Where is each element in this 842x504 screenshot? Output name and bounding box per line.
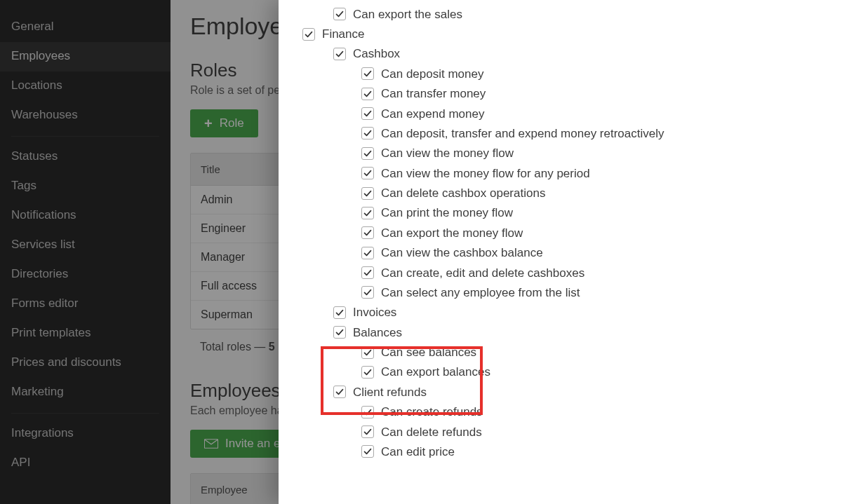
checkbox[interactable] — [361, 147, 374, 160]
checkbox[interactable] — [361, 187, 374, 200]
permission-label: Can transfer money — [381, 88, 486, 100]
permission-item: Can create refunds — [361, 402, 825, 422]
permission-label: Client refunds — [353, 386, 427, 398]
permission-label: Can export balances — [381, 366, 490, 378]
checkbox[interactable] — [302, 28, 315, 41]
checkbox[interactable] — [361, 425, 374, 438]
checkbox[interactable] — [361, 107, 374, 120]
permission-label: Cashbox — [353, 48, 400, 60]
permission-item: Can export the sales — [333, 4, 825, 24]
checkbox[interactable] — [333, 48, 346, 60]
permission-label: Can view the money flow — [381, 147, 514, 159]
permission-item: Can edit price — [361, 442, 825, 461]
permission-item: Can transfer money — [361, 84, 825, 104]
permission-item: Can view the cashbox balance — [361, 243, 825, 263]
permission-item: Can export balances — [361, 362, 825, 382]
permission-item: Can view the money flow — [361, 144, 825, 163]
permission-label: Can export the money flow — [381, 227, 523, 239]
permission-item: Can view the money flow for any period — [361, 163, 825, 183]
permission-label: Can deposit, transfer and expend money r… — [381, 128, 664, 139]
permission-item: Client refunds — [333, 382, 825, 402]
permission-item: Can create, edit and delete cashboxes — [361, 263, 825, 282]
checkbox[interactable] — [361, 445, 374, 458]
permission-item: Finance — [302, 24, 825, 43]
checkbox[interactable] — [361, 226, 374, 239]
permission-item: Can expend money — [361, 104, 825, 123]
permission-label: Can expend money — [381, 108, 484, 120]
permission-label: Can create, edit and delete cashboxes — [381, 267, 584, 279]
checkbox[interactable] — [361, 346, 374, 359]
checkbox[interactable] — [361, 167, 374, 179]
permission-label: Can print the money flow — [381, 207, 513, 219]
checkbox[interactable] — [361, 406, 374, 418]
checkbox[interactable] — [333, 8, 346, 20]
checkbox[interactable] — [333, 386, 346, 398]
permission-label: Can create refunds — [381, 406, 483, 418]
permission-item: Can deposit money — [361, 64, 825, 83]
permission-item: Can delete cashbox operations — [361, 183, 825, 203]
permission-item: Can select any employee from the list — [361, 282, 825, 302]
checkbox[interactable] — [333, 326, 346, 339]
permission-item: Can deposit, transfer and expend money r… — [361, 123, 825, 143]
permission-label: Can delete cashbox operations — [381, 187, 545, 199]
checkbox[interactable] — [361, 67, 374, 80]
permission-item: Can print the money flow — [361, 203, 825, 223]
permission-item: Balances — [333, 322, 825, 342]
permission-item: Can see balances — [361, 342, 825, 362]
permission-item: Can export the money flow — [361, 223, 825, 243]
checkbox[interactable] — [361, 88, 374, 100]
permissions-tree: Can export the salesFinanceCashboxCan de… — [302, 4, 825, 462]
checkbox[interactable] — [361, 207, 374, 219]
permission-label: Can export the sales — [353, 8, 462, 20]
permission-label: Can delete refunds — [381, 426, 482, 438]
permission-label: Can view the money flow for any period — [381, 168, 590, 179]
permission-item: Cashbox — [333, 44, 825, 64]
permission-label: Can select any employee from the list — [381, 287, 580, 299]
checkbox[interactable] — [333, 306, 346, 319]
permission-item: Can delete refunds — [361, 422, 825, 442]
permission-item: Invoices — [333, 303, 825, 322]
checkbox[interactable] — [361, 286, 374, 299]
checkbox[interactable] — [361, 266, 374, 279]
permission-label: Can see balances — [381, 346, 476, 358]
permission-label: Can view the cashbox balance — [381, 247, 543, 259]
permission-label: Can deposit money — [381, 68, 483, 80]
checkbox[interactable] — [361, 127, 374, 139]
permission-label: Balances — [353, 327, 402, 339]
checkbox[interactable] — [361, 247, 374, 259]
checkbox[interactable] — [361, 366, 374, 379]
permissions-panel: Can export the salesFinanceCashboxCan de… — [279, 0, 842, 504]
permission-label: Finance — [322, 28, 364, 40]
permission-label: Invoices — [353, 306, 396, 318]
permission-label: Can edit price — [381, 446, 455, 458]
